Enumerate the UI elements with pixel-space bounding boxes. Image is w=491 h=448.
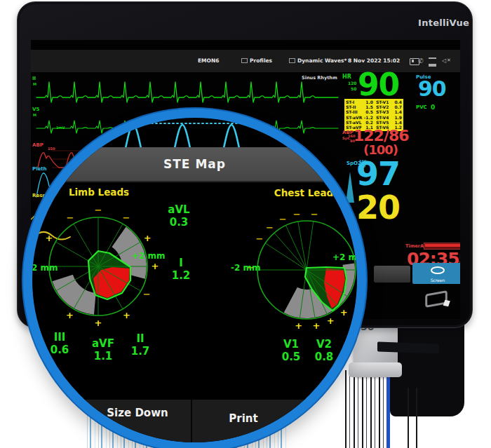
svg-text:−: − [293,209,301,219]
background-stripes-right [342,370,391,448]
resp-value: 20 [356,189,400,226]
chest-pos-reference: +2 mm [332,252,366,262]
touch-logo-icon [425,290,448,308]
limb-leads-title: Limb Leads [53,186,144,198]
printer-icon[interactable] [429,57,436,67]
svg-text:+: + [95,318,102,328]
chest-leads-title: Chest Leads [261,187,352,198]
screen-button[interactable]: Screen [412,263,460,284]
pvc-value: 0 [431,104,435,111]
screen-icon [431,266,445,274]
scene: 50 IntelliVue EMON6 Profiles Dynamic Wav… [0,0,491,448]
profiles-icon [241,58,248,63]
svg-text:+: + [152,261,159,271]
lead-avl-value: 0.3 [158,216,200,229]
lead-avf-name: aVF [82,337,124,350]
rhythm-status: Sinus Rhythm [302,75,337,81]
alarm-mute-icon[interactable] [442,55,452,67]
svg-text:−: − [143,289,151,299]
screen-select-menu[interactable]: Dynamic Waves* [289,50,347,72]
button-divider [191,400,192,444]
screen-select-icon [289,58,295,63]
hr-low-limit: 50 [351,86,356,91]
mount-clamp-lower [349,362,402,377]
main-setup-button[interactable] [374,266,410,283]
spo2-value: 97 [356,155,400,193]
svg-text:+: + [340,307,348,318]
timer-label[interactable]: TimerA [405,243,424,249]
svg-text:−: − [279,213,287,224]
lead-iii-name: III [39,331,81,344]
lead-ii-name: II [119,332,161,345]
hr-value: 90 [358,67,399,102]
phone-icon[interactable]: ✆ [416,55,426,67]
ste-map-titlebar[interactable]: STE Map [32,147,357,182]
patient-label[interactable]: EMON6 [198,50,219,72]
brand-logo: IntelliVue [418,18,469,28]
perfusion-indicator [345,170,355,203]
lead-avl-name: aVL [158,203,200,216]
lead-ii-value: 1.7 [119,345,161,358]
ecg-ii-waveform [36,78,338,106]
ecg1-label: II [32,76,36,81]
lead-iii-value: 0.6 [39,344,81,356]
svg-text:+: + [295,320,302,331]
cable [416,388,417,448]
st-row: ST-III0.5ST-V31.4 [346,109,402,114]
svg-text:+: + [66,310,74,320]
lead-v2-name: V2 [303,338,345,351]
pvc-label: PVC [416,104,427,110]
hr-high-limit: 120 [348,81,357,86]
svg-text:−: − [67,212,74,223]
magnifier-lens: STE Map Limb Leads Chest Leads ++++++−−−… [23,109,366,448]
profiles-menu[interactable]: Profiles [241,50,272,72]
svg-text:−: − [255,233,263,244]
svg-text:+: + [45,233,53,243]
pulse-value: 90 [418,76,446,101]
lead-avf-value: 1.1 [82,350,124,362]
svg-text:+: + [313,320,321,331]
st-row: ST-aVL0.2ST-V51.4 [346,120,402,125]
st-row: ST-aVR-1.2ST-V41.9 [346,115,402,120]
ste-button-bar: Size Down Print [32,398,357,444]
svg-text:−: − [311,209,318,219]
chest-neg-reference: -2 mm [231,263,273,273]
ste-map-title: STE Map [32,157,357,171]
hr-label: HR [342,74,351,80]
lead-i-value: 1.2 [160,269,202,282]
svg-text:−: − [123,212,130,223]
limb-neg-reference: -2 mm [28,263,70,273]
svg-text:+: + [144,233,152,243]
limb-pos-reference: +2 mm [132,251,174,261]
print-button[interactable]: Print [205,412,282,426]
svg-text:−: − [95,205,102,215]
svg-text:−: − [266,222,274,233]
st-row: ST-I1.0ST-V10.4 [346,100,402,104]
svg-text:+: + [123,310,130,320]
cable [408,388,409,448]
lead-v2-value: 0.8 [303,351,345,363]
svg-text:+: + [327,315,335,326]
size-down-button[interactable]: Size Down [99,407,176,420]
cal-marker: 1mV [56,125,65,130]
st-row: ST-II1.5ST-V20.7 [346,104,402,109]
